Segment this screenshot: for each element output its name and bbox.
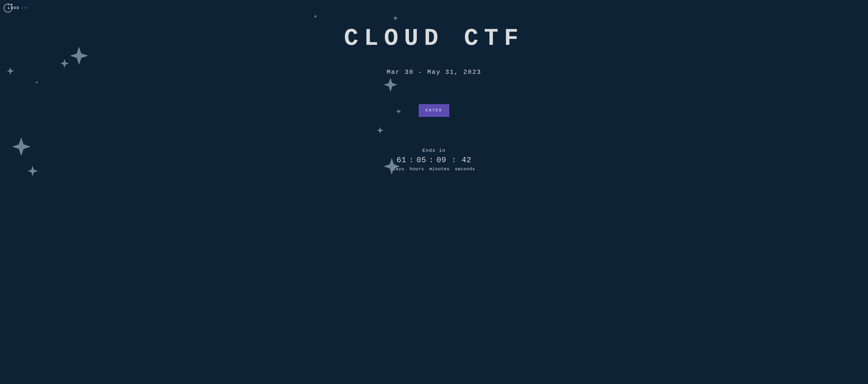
countdown-label: Ends in <box>422 148 446 153</box>
countdown-days-label: days <box>393 167 404 171</box>
countdown-days: 61 <box>397 156 406 164</box>
hero: CLOUD CTF Mar 30 - May 31, 2023 ENTER En… <box>0 0 868 171</box>
countdown-minutes: 09 <box>437 156 446 164</box>
countdown-minutes-label: minutes <box>429 167 450 171</box>
enter-button[interactable]: ENTER <box>419 104 449 117</box>
countdown-hours: 05 <box>416 156 426 164</box>
countdown: Ends in 61: 05: 09: 42 days hours minute… <box>393 148 475 171</box>
countdown-sep: : <box>408 156 415 164</box>
countdown-unit-labels: days hours minutes seconds <box>393 167 475 171</box>
countdown-sep: : <box>428 156 435 164</box>
countdown-sep: : <box>448 156 460 164</box>
countdown-digits: 61: 05: 09: 42 <box>397 156 471 164</box>
countdown-seconds-label: seconds <box>455 167 475 171</box>
event-date-range: Mar 30 - May 31, 2023 <box>386 69 481 76</box>
countdown-hours-label: hours <box>410 167 424 171</box>
countdown-seconds: 42 <box>462 156 471 164</box>
page-title: CLOUD CTF <box>344 25 524 52</box>
